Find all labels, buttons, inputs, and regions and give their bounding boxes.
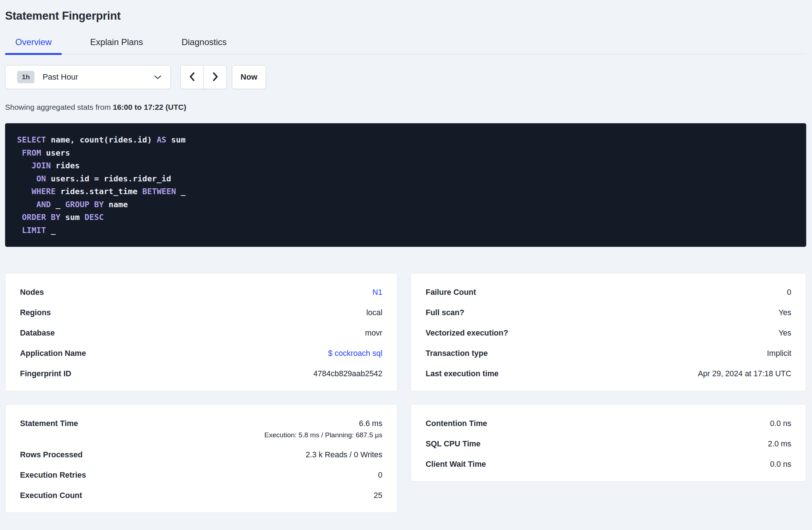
card-row: Last execution timeApr 29, 2024 at 17:18… — [426, 369, 791, 378]
time-range-label: Past Hour — [43, 72, 78, 82]
sql-token: users — [41, 148, 70, 157]
card-row-label: Application Name — [20, 349, 86, 358]
stats-summary-prefix: Showing aggregated stats from — [5, 103, 113, 111]
card-row-value: 25 — [374, 491, 382, 500]
sql-keyword: WHERE — [32, 187, 56, 196]
card-row: Execution Count25 — [20, 491, 382, 500]
time-picker-row: 1h Past Hour — [5, 65, 806, 89]
card-row-value: Apr 29, 2024 at 17:18 UTC — [698, 369, 791, 378]
card-row: SQL CPU Time2.0 ms — [426, 439, 791, 449]
time-range-dropdown[interactable]: 1h Past Hour — [5, 65, 171, 89]
card-row-label: Regions — [20, 308, 51, 317]
card-row-value-group: 0.0 ns — [770, 419, 791, 428]
sql-token: sum — [60, 213, 84, 222]
card-row-value: local — [366, 308, 382, 317]
card-row-value: 4784cb829aab2542 — [313, 369, 382, 378]
card-row-value-group: local — [366, 308, 382, 317]
card-row-value: 2.3 k Reads / 0 Writes — [306, 450, 382, 459]
card-row-label: Fingerprint ID — [20, 369, 71, 378]
sql-token — [17, 226, 22, 235]
sql-keyword: DESC — [84, 213, 104, 222]
sql-keyword: LIMIT — [22, 226, 46, 235]
card-row-value-group: 2.3 k Reads / 0 Writes — [306, 450, 382, 459]
card-row-subvalue: Execution: 5.8 ms / Planning: 687.5 µs — [264, 431, 382, 439]
card-statement-details: NodesN1RegionslocalDatabasemovrApplicati… — [5, 273, 397, 391]
card-row: Client Wait Time0.0 ns — [426, 460, 791, 469]
prev-time-button[interactable] — [181, 65, 204, 89]
tab-diagnostics[interactable]: Diagnostics — [171, 32, 237, 54]
card-row-value-group: 4784cb829aab2542 — [313, 369, 382, 378]
sql-token — [17, 187, 32, 196]
card-row: NodesN1 — [20, 288, 382, 297]
sql-token — [17, 161, 32, 170]
sql-line: LIMIT _ — [17, 224, 795, 237]
card-row-value: 0 — [378, 471, 382, 480]
card-row: Transaction typeImplicit — [426, 349, 791, 358]
page-title: Statement Fingerprint — [5, 9, 806, 23]
card-row-value-group: 0 — [787, 288, 791, 297]
card-row-link[interactable]: N1 — [373, 288, 382, 297]
chevron-right-icon — [211, 72, 219, 83]
card-row-value-group: Yes — [779, 308, 791, 317]
card-row-value-group: $ cockroach sql — [328, 349, 382, 358]
next-time-button[interactable] — [204, 65, 226, 89]
card-row-value-group: Yes — [779, 329, 791, 338]
sql-keyword: SELECT — [17, 135, 46, 144]
tab-overview[interactable]: Overview — [5, 32, 62, 54]
card-execution-attributes: Failure Count0Full scan?YesVectorized ex… — [411, 273, 806, 391]
card-row: Failure Count0 — [426, 288, 791, 297]
overview-cards-row: NodesN1RegionslocalDatabasemovrApplicati… — [5, 273, 806, 391]
sql-keyword: AND — [36, 200, 51, 209]
sql-line: FROM users — [17, 146, 795, 160]
sql-statement-block: SELECT name, count(rides.id) AS sum FROM… — [5, 123, 806, 247]
card-row-label: Execution Retries — [20, 471, 86, 480]
card-row: Execution Retries0 — [20, 471, 382, 480]
sql-code: SELECT name, count(rides.id) AS sum FROM… — [17, 133, 795, 237]
card-row-value-group: 2.0 ms — [768, 439, 791, 449]
sql-token: name, count(rides.id) — [46, 135, 157, 144]
page-content: Statement Fingerprint Overview Explain P… — [0, 9, 812, 513]
sql-token — [17, 200, 36, 209]
card-row-value: movr — [365, 329, 382, 338]
card-row: Full scan?Yes — [426, 308, 791, 317]
sql-token: _ — [51, 200, 65, 209]
sql-line: JOIN rides — [17, 159, 795, 172]
card-row-label: Failure Count — [426, 288, 476, 297]
sql-token — [17, 148, 22, 157]
card-row-label: Contention Time — [426, 419, 487, 428]
card-wait-timing: Contention Time0.0 nsSQL CPU Time2.0 msC… — [411, 404, 806, 482]
sql-line: ON users.id = rides.rider_id — [17, 172, 795, 185]
sql-keyword: ON — [36, 174, 46, 183]
sql-line: WHERE rides.start_time BETWEEN _ — [17, 185, 795, 198]
card-row: Regionslocal — [20, 308, 382, 317]
card-row-label: Transaction type — [426, 349, 488, 358]
card-row-label: Nodes — [20, 288, 44, 297]
card-row: Vectorized execution?Yes — [426, 329, 791, 338]
card-row: Databasemovr — [20, 329, 382, 338]
card-row-value-group: movr — [365, 329, 382, 338]
sql-token: _ — [46, 226, 56, 235]
card-row-label: Database — [20, 329, 55, 338]
sql-keyword: GROUP BY — [65, 200, 104, 209]
chevron-left-icon — [188, 72, 196, 83]
card-row-label: Last execution time — [426, 369, 499, 378]
card-row-value: 0 — [787, 288, 791, 297]
chevron-down-icon — [154, 75, 162, 80]
card-statement-timing: Statement Time6.6 msExecution: 5.8 ms / … — [5, 404, 397, 513]
stats-summary-range: 16:00 to 17:22 (UTC) — [113, 103, 186, 111]
sql-token: rides.start_time — [56, 187, 142, 196]
card-row-value: 2.0 ms — [768, 439, 791, 449]
time-step-buttons — [180, 65, 227, 89]
tab-explain-plans[interactable]: Explain Plans — [80, 32, 153, 54]
sql-line: AND _ GROUP BY name — [17, 198, 795, 211]
card-row-value-group: 6.6 msExecution: 5.8 ms / Planning: 687.… — [264, 419, 382, 439]
card-row-link[interactable]: $ cockroach sql — [328, 349, 382, 358]
card-row-value: Yes — [779, 308, 791, 317]
timing-cards-row: Statement Time6.6 msExecution: 5.8 ms / … — [5, 404, 806, 513]
sql-line: SELECT name, count(rides.id) AS sum — [17, 133, 795, 146]
now-button[interactable]: Now — [232, 65, 266, 89]
sql-token: sum — [166, 135, 186, 144]
card-row-label: SQL CPU Time — [426, 439, 481, 449]
card-row-value: Yes — [779, 329, 791, 338]
sql-token: name — [104, 200, 128, 209]
